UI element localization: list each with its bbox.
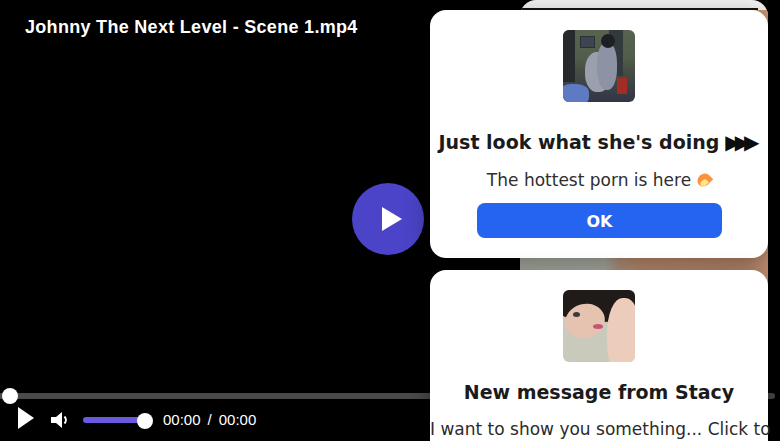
webcam-thumbnail-image[interactable] [563, 30, 635, 102]
volume-slider[interactable] [83, 417, 143, 423]
volume-handle[interactable] [137, 413, 153, 429]
video-title: Johnny The Next Level - Scene 1.mp4 [25, 17, 358, 38]
stacy-avatar-image[interactable] [563, 290, 635, 362]
play-icon [382, 207, 402, 231]
fire-icon [697, 172, 711, 189]
ad-top-title: Just look what she's doing ▶▶▶ [430, 130, 768, 154]
ad-bottom-title: New message from Stacy [430, 381, 768, 403]
ad-popup-bottom[interactable]: New message from Stacy I want to show yo… [430, 270, 768, 441]
current-time: 00:00 [163, 411, 201, 428]
ad-bottom-body: I want to show you something... Click to [430, 419, 768, 439]
seek-handle[interactable] [2, 388, 18, 404]
volume-icon[interactable] [51, 411, 71, 429]
ad-top-subtitle: The hottest porn is here [430, 170, 768, 190]
time-separator: / [208, 411, 212, 428]
play-icon[interactable] [18, 407, 34, 429]
duration: 00:00 [219, 411, 257, 428]
ok-button[interactable]: OK [477, 203, 722, 238]
ad-popup-top[interactable]: Just look what she's doing ▶▶▶ The hotte… [430, 10, 768, 258]
forward-arrows-icon: ▶▶▶ [725, 130, 759, 154]
time-display: 00:00 / 00:00 [163, 411, 256, 428]
video-player-page: Johnny The Next Level - Scene 1.mp4 00:0… [0, 0, 780, 441]
big-play-button[interactable] [352, 183, 424, 255]
